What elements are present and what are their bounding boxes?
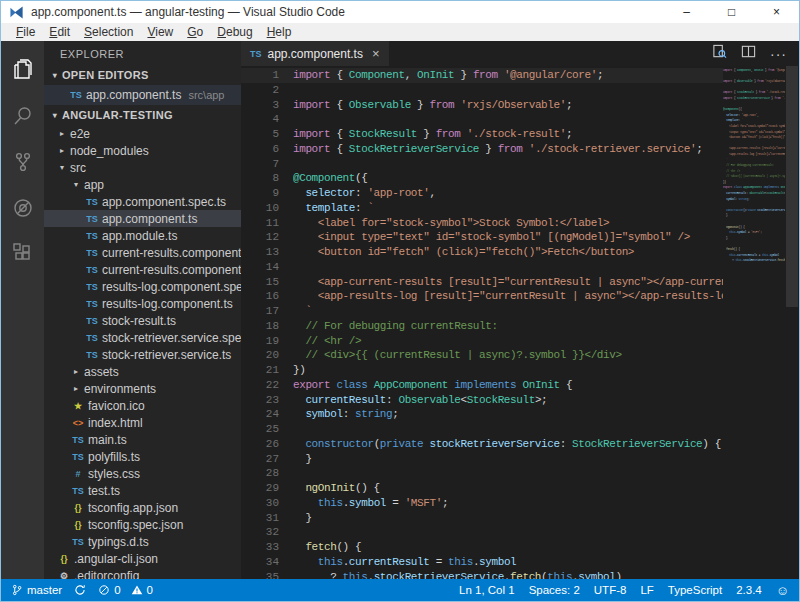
code-line-32[interactable]: 32 xyxy=(241,525,723,540)
problems-indicator[interactable]: 0 0 xyxy=(98,584,153,596)
minimize-button[interactable]: – xyxy=(664,1,709,23)
tree-item-stock-retriever-service-ts[interactable]: TSstock-retriever.service.ts xyxy=(44,346,241,363)
more-actions-icon[interactable]: ··· xyxy=(770,46,787,62)
code-line-10[interactable]: 10 template: ` xyxy=(241,201,723,216)
tree-item-results-log-component-spec-ts[interactable]: TSresults-log.component.spec.ts xyxy=(44,278,241,295)
tree-item-tsconfig-spec-json[interactable]: {}tsconfig.spec.json xyxy=(44,516,241,533)
code-line-28[interactable]: 28 xyxy=(241,466,723,481)
project-root-header[interactable]: ▾ ANGULAR-TESTING xyxy=(44,105,241,125)
code-line-33[interactable]: 33 fetch() { xyxy=(241,540,723,555)
tree-item-main-ts[interactable]: TSmain.ts xyxy=(44,431,241,448)
code-line-16[interactable]: 16 <app-results-log [result]="currentRes… xyxy=(241,289,723,304)
tree-item-stock-result-ts[interactable]: TSstock-result.ts xyxy=(44,312,241,329)
menu-view[interactable]: View xyxy=(140,25,180,39)
typescript-version[interactable]: 2.3.4 xyxy=(736,584,762,596)
code-line-6[interactable]: 6import { StockRetrieverService } from '… xyxy=(241,142,723,157)
tree-item--angular-cli-json[interactable]: {}.angular-cli.json xyxy=(44,550,241,567)
feedback-smiley-icon[interactable]: ☺ xyxy=(776,583,789,598)
menu-go[interactable]: Go xyxy=(180,25,210,39)
git-branch-indicator[interactable]: master xyxy=(11,584,62,596)
language-mode[interactable]: TypeScript xyxy=(668,584,722,596)
tree-item-node-modules[interactable]: ▸node_modules xyxy=(44,142,241,159)
code-line-14[interactable]: 14 xyxy=(241,260,723,275)
tree-item-polyfills-ts[interactable]: TSpolyfills.ts xyxy=(44,448,241,465)
code-line-18[interactable]: 18 // For debugging currentResult: xyxy=(241,319,723,334)
code-line-5[interactable]: 5import { StockResult } from './stock-re… xyxy=(241,127,723,142)
code-line-21[interactable]: 21}) xyxy=(241,363,723,378)
open-preview-icon[interactable] xyxy=(712,44,727,63)
code-line-4[interactable]: 4 xyxy=(241,112,723,127)
code-line-22[interactable]: 22export class AppComponent implements O… xyxy=(241,378,723,393)
code-line-12[interactable]: 12 <input type="text" id="stock-symbol" … xyxy=(241,230,723,245)
code-editor[interactable]: 1import { Component, OnInit } from '@ang… xyxy=(241,66,723,579)
code-line-26[interactable]: 26 constructor(private stockRetrieverSer… xyxy=(241,437,723,452)
eol-indicator[interactable]: LF xyxy=(640,584,653,596)
activity-source-control-icon[interactable] xyxy=(1,139,44,185)
tab-close-icon[interactable]: × xyxy=(372,46,380,61)
tree-item-current-results-component-spec-ts[interactable]: TScurrent-results.component.spec.ts xyxy=(44,244,241,261)
activity-search-icon[interactable] xyxy=(1,93,44,139)
code-line-24[interactable]: 24 symbol: string; xyxy=(241,407,723,422)
maximize-button[interactable]: □ xyxy=(709,1,754,23)
cursor-position[interactable]: Ln 1, Col 1 xyxy=(459,584,515,596)
tree-item-index-html[interactable]: <>index.html xyxy=(44,414,241,431)
tree-item-styles-css[interactable]: #styles.css xyxy=(44,465,241,482)
code-line-30[interactable]: 30 this.symbol = 'MSFT'; xyxy=(241,496,723,511)
tree-item-favicon-ico[interactable]: ★favicon.ico xyxy=(44,397,241,414)
code-line-25[interactable]: 25 xyxy=(241,422,723,437)
split-editor-icon[interactable] xyxy=(741,44,756,63)
menu-selection[interactable]: Selection xyxy=(77,25,140,39)
code-line-34[interactable]: 34 this.currentResult = this.symbol xyxy=(241,555,723,570)
tree-item-app-component-ts[interactable]: TSapp.component.ts xyxy=(44,210,241,227)
code-line-23[interactable]: 23 currentResult: Observable<StockResult… xyxy=(241,393,723,408)
tab-app-component[interactable]: TS app.component.ts × xyxy=(241,41,389,66)
code-line-1[interactable]: 1import { Component, OnInit } from '@ang… xyxy=(241,68,723,83)
activity-explorer-icon[interactable] xyxy=(1,47,44,93)
tree-item-assets[interactable]: ▸assets xyxy=(44,363,241,380)
code-line-17[interactable]: 17 ` xyxy=(241,304,723,319)
tree-item-app-component-spec-ts[interactable]: TSapp.component.spec.ts xyxy=(44,193,241,210)
encoding-indicator[interactable]: UTF-8 xyxy=(594,584,627,596)
code-line-8[interactable]: 8@Component({ xyxy=(241,171,723,186)
open-editor-item[interactable]: TS app.component.ts src\app xyxy=(44,85,241,105)
tree-item-src[interactable]: ▾src xyxy=(44,159,241,176)
tree-item-app-module-ts[interactable]: TSapp.module.ts xyxy=(44,227,241,244)
code-line-7[interactable]: 7 xyxy=(241,157,723,172)
tree-item-environments[interactable]: ▸environments xyxy=(44,380,241,397)
activity-extensions-icon[interactable] xyxy=(1,231,44,277)
code-line-19[interactable]: 19 // <hr /> xyxy=(241,334,723,349)
open-editors-header[interactable]: ▾ OPEN EDITORS xyxy=(44,65,241,85)
code-line-11[interactable]: 11 <label for="stock-symbol">Stock Symbo… xyxy=(241,216,723,231)
code-line-35[interactable]: 35 ? this.stockRetrieverService.fetch(th… xyxy=(241,570,723,580)
ts-file-icon: TS xyxy=(84,350,100,360)
code-line-20[interactable]: 20 // <div>{{ (currentResult | async)?.s… xyxy=(241,348,723,363)
tree-item-app[interactable]: ▾app xyxy=(44,176,241,193)
code-line-31[interactable]: 31 } xyxy=(241,511,723,526)
menu-edit[interactable]: Edit xyxy=(42,25,77,39)
tree-item-test-ts[interactable]: TStest.ts xyxy=(44,482,241,499)
sync-button[interactable] xyxy=(74,584,86,596)
code-line-15[interactable]: 15 <app-current-results [result]="curren… xyxy=(241,275,723,290)
editor-scrollbar[interactable] xyxy=(785,66,799,579)
code-line-27[interactable]: 27 } xyxy=(241,452,723,467)
menu-debug[interactable]: Debug xyxy=(210,25,259,39)
code-line-3[interactable]: 3import { Observable } from 'rxjs/Observ… xyxy=(241,98,723,113)
close-button[interactable]: × xyxy=(754,1,799,23)
code-line-29[interactable]: 29 ngOnInit() { xyxy=(241,481,723,496)
tree-item-stock-retriever-service-spec-ts[interactable]: TSstock-retriever.service.spec.ts xyxy=(44,329,241,346)
indentation-indicator[interactable]: Spaces: 2 xyxy=(529,584,580,596)
code-line-13[interactable]: 13 <button id="fetch" (click)="fetch()">… xyxy=(241,245,723,260)
code-line-9[interactable]: 9 selector: 'app-root', xyxy=(241,186,723,201)
tree-item--editorconfig[interactable]: ⚙.editorconfig xyxy=(44,567,241,579)
tree-item-typings-d-ts[interactable]: TStypings.d.ts xyxy=(44,533,241,550)
tree-item-e2e[interactable]: ▸e2e xyxy=(44,125,241,142)
activity-debug-icon[interactable] xyxy=(1,185,44,231)
minimap[interactable]: import { Component, OnInit } from '@angu… xyxy=(723,66,785,579)
tree-item-tsconfig-app-json[interactable]: {}tsconfig.app.json xyxy=(44,499,241,516)
scrollbar-slider[interactable] xyxy=(786,66,798,307)
tree-item-current-results-component-ts[interactable]: TScurrent-results.component.ts xyxy=(44,261,241,278)
menu-help[interactable]: Help xyxy=(260,25,299,39)
code-line-2[interactable]: 2 xyxy=(241,83,723,98)
menu-file[interactable]: File xyxy=(9,25,42,39)
tree-item-results-log-component-ts[interactable]: TSresults-log.component.ts xyxy=(44,295,241,312)
